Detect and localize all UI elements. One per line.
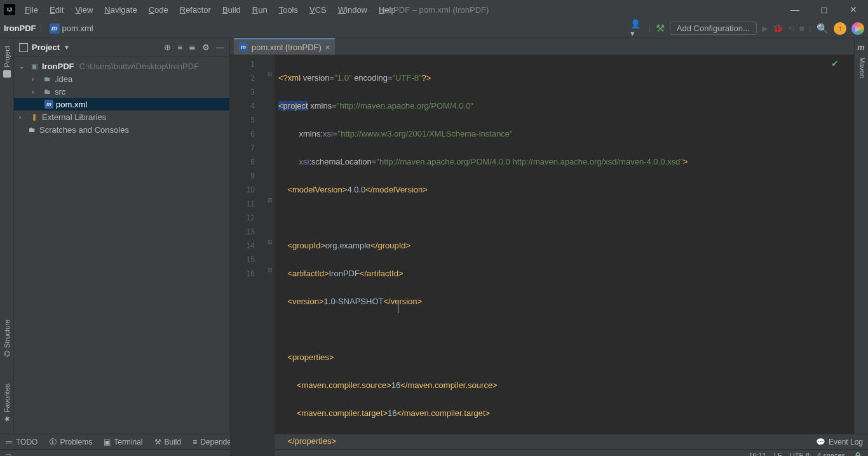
titlebar: IJ File Edit View Navigate Code Refactor… [0,0,868,19]
maven-tab-icon[interactable]: m [856,42,866,52]
menu-code[interactable]: Code [144,5,173,15]
tool-tab-build[interactable]: ⚒Build [154,438,182,446]
search-everywhere-icon[interactable]: 🔍 [817,23,829,34]
breadcrumb-root[interactable]: IronPDF [4,23,36,33]
terminal-icon: ▣ [104,438,111,446]
editor-tabs: m pom.xml (IronPDF) × [230,38,854,55]
inspection-ok-icon[interactable]: ✔ [831,58,839,69]
tool-tab-structure[interactable]: ⌬Structure [1,316,13,361]
menu-edit[interactable]: Edit [45,5,68,15]
breadcrumb-file[interactable]: pom.xml [62,23,93,33]
stop-icon[interactable]: ■ [799,23,804,33]
libraries-icon: ||| [29,112,39,122]
toolbox-icon[interactable]: ▶ [851,22,864,35]
dependencies-icon: ≡ [193,438,197,446]
close-button[interactable]: ✕ [839,0,868,19]
folder-icon: 🖿 [42,86,52,97]
breadcrumb: IronPDF 〉 m pom.xml [4,23,93,34]
maven-file-icon: m [50,23,60,34]
chevron-right-icon[interactable]: › [19,114,27,121]
editor-body[interactable]: 12345678910111213141516 ⊟ ⊟ ⊟ ⊟ <?xml ve… [230,55,854,456]
menu-navigate[interactable]: Navigate [100,5,141,15]
build-icon: ⚒ [154,438,161,446]
tree-src[interactable]: › 🖿 src [14,85,229,98]
run-coverage-icon[interactable]: ⟲ [788,24,794,33]
nav-toolbar: IronPDF 〉 m pom.xml 👤▾ | ⚒ Add Configura… [0,19,868,38]
select-opened-file-icon[interactable]: ⊕ [164,43,171,52]
tree-scratches[interactable]: 🖿 Scratches and Consoles [14,123,229,136]
tool-tab-todo[interactable]: ≔TODO [5,438,37,446]
breadcrumb-separator-icon: 〉 [39,23,47,34]
chevron-right-icon[interactable]: › [32,76,39,83]
project-folder-icon: ▣ [29,61,39,71]
menu-tools[interactable]: Tools [275,5,302,15]
collapse-all-icon[interactable]: ≣ [189,43,196,52]
debug-icon[interactable]: 🐞 [773,23,783,33]
tree-idea[interactable]: › 🖿 .idea [14,72,229,85]
folder-icon: 🖿 [42,74,52,84]
project-panel-header: Project ▼ ⊕ ≡ ≣ ⚙ — [14,38,229,57]
hide-panel-icon[interactable]: — [216,43,224,52]
close-tab-icon[interactable]: × [325,43,330,52]
fold-end-icon[interactable]: ⊟ [267,239,273,245]
tool-tab-project[interactable]: Project [2,42,12,81]
menu-file[interactable]: File [20,5,43,15]
menu-refactor[interactable]: Refactor [175,5,215,15]
toggle-toolwindows-icon[interactable]: ▢ [5,452,11,456]
project-view-dropdown-icon[interactable]: ▼ [64,44,70,51]
code-with-me-icon[interactable]: 👤▾ [630,22,643,35]
expand-all-icon[interactable]: ≡ [177,43,182,52]
chevron-down-icon[interactable]: ⌄ [19,63,27,70]
problems-icon: 🛈 [49,438,57,446]
maven-file-icon: m [44,100,53,109]
scratches-icon: 🖿 [27,124,37,135]
tool-tab-maven[interactable]: Maven [858,57,866,78]
fold-end-icon[interactable]: ⊟ [267,267,273,273]
tool-tab-problems[interactable]: 🛈Problems [49,438,92,446]
app-icon: IJ [4,4,15,15]
menu-vcs[interactable]: VCS [305,5,331,15]
add-configuration-button[interactable]: Add Configuration... [670,22,757,35]
line-gutter[interactable]: 12345678910111213141516 [230,55,267,456]
readonly-lock-icon[interactable]: 🔒 [853,452,863,456]
editor: m pom.xml (IronPDF) × 123456789101112131… [230,38,854,434]
project-tree[interactable]: ⌄ ▣ IronPDF C:\Users\buttw\Desktop\IronP… [14,57,229,434]
right-tool-strip: m Maven [854,38,868,434]
menu-bar: File Edit View Navigate Code Refactor Bu… [20,5,400,15]
fold-strip[interactable]: ⊟ ⊟ ⊟ ⊟ [267,55,275,456]
tree-external-libraries[interactable]: › ||| External Libraries [14,111,229,123]
fold-toggle-icon[interactable]: ⊟ [267,197,273,203]
tool-tab-terminal[interactable]: ▣Terminal [104,438,142,446]
todo-icon: ≔ [5,438,13,446]
left-tool-strip: Project ⌬Structure ★Favorites [0,38,14,434]
menu-window[interactable]: Window [334,5,372,15]
editor-tab-pom[interactable]: m pom.xml (IronPDF) × [234,38,335,55]
chevron-right-icon[interactable]: › [32,88,39,95]
build-icon[interactable]: ⚒ [656,22,665,34]
panel-settings-icon[interactable]: ⚙ [202,43,210,52]
mouse-cursor-icon [398,302,398,313]
code-area[interactable]: <?xml version="1.0" encoding="UTF-8"?> <… [275,55,854,456]
maximize-button[interactable]: ◻ [810,0,839,19]
minimize-button[interactable]: — [780,0,810,19]
menu-run[interactable]: Run [248,5,272,15]
fold-toggle-icon[interactable]: ⊟ [267,71,273,77]
menu-view[interactable]: View [71,5,97,15]
project-view-icon [19,43,28,52]
tool-tab-favorites[interactable]: ★Favorites [1,380,13,427]
window-title: IronPDF – pom.xml (IronPDF) [379,5,489,15]
project-panel-title[interactable]: Project [32,43,60,52]
ide-update-icon[interactable]: ↑ [834,22,846,35]
tree-pom[interactable]: m pom.xml [14,98,229,111]
menu-build[interactable]: Build [218,5,245,15]
project-panel: Project ▼ ⊕ ≡ ≣ ⚙ — ⌄ ▣ IronPDF C:\Users… [14,38,230,434]
tree-root[interactable]: ⌄ ▣ IronPDF C:\Users\buttw\Desktop\IronP… [14,60,229,72]
run-icon[interactable]: ▶ [762,24,768,33]
maven-file-icon: m [239,43,248,51]
